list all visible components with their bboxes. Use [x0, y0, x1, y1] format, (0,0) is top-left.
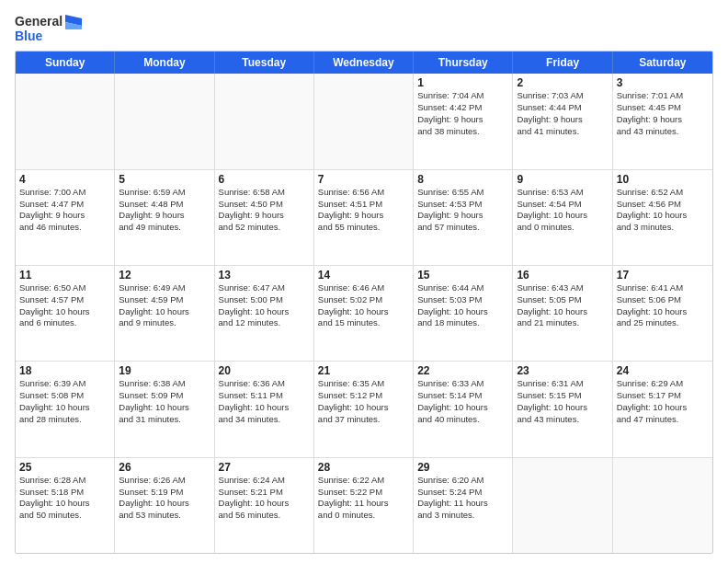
day-number: 3	[617, 76, 709, 89]
header-cell-thursday: Thursday	[414, 52, 513, 74]
day-cell-25: 25Sunrise: 6:28 AMSunset: 5:18 PMDayligh…	[16, 458, 115, 553]
day-info: Sunrise: 6:24 AMSunset: 5:21 PMDaylight:…	[219, 475, 310, 522]
day-info: Sunrise: 6:26 AMSunset: 5:19 PMDaylight:…	[119, 475, 210, 522]
day-cell-27: 27Sunrise: 6:24 AMSunset: 5:21 PMDayligh…	[215, 458, 314, 553]
day-number: 27	[219, 461, 310, 474]
header-cell-wednesday: Wednesday	[314, 52, 414, 74]
day-number: 28	[318, 461, 409, 474]
calendar-body: 1Sunrise: 7:04 AMSunset: 4:42 PMDaylight…	[16, 74, 712, 553]
logo-blue: Blue	[15, 29, 82, 43]
day-cell-13: 13Sunrise: 6:47 AMSunset: 5:00 PMDayligh…	[215, 266, 314, 361]
day-info: Sunrise: 6:22 AMSunset: 5:22 PMDaylight:…	[318, 475, 409, 522]
empty-cell	[314, 74, 414, 168]
day-number: 12	[119, 269, 210, 282]
logo: GeneralBlue	[15, 15, 82, 43]
day-info: Sunrise: 6:20 AMSunset: 5:24 PMDaylight:…	[417, 475, 508, 522]
day-number: 2	[517, 76, 608, 89]
day-number: 29	[417, 461, 508, 474]
day-info: Sunrise: 6:55 AMSunset: 4:53 PMDaylight:…	[417, 187, 508, 234]
calendar-row-1: 4Sunrise: 7:00 AMSunset: 4:47 PMDaylight…	[16, 169, 712, 265]
header-cell-sunday: Sunday	[16, 52, 115, 74]
empty-cell	[613, 458, 712, 553]
day-info: Sunrise: 6:50 AMSunset: 4:57 PMDaylight:…	[19, 282, 110, 329]
day-cell-14: 14Sunrise: 6:46 AMSunset: 5:02 PMDayligh…	[314, 266, 414, 361]
day-number: 18	[19, 364, 110, 377]
day-info: Sunrise: 7:00 AMSunset: 4:47 PMDaylight:…	[19, 187, 110, 234]
day-number: 13	[219, 269, 310, 282]
day-cell-21: 21Sunrise: 6:35 AMSunset: 5:12 PMDayligh…	[314, 362, 414, 456]
day-cell-8: 8Sunrise: 6:55 AMSunset: 4:53 PMDaylight…	[414, 170, 513, 265]
day-number: 20	[219, 364, 310, 377]
day-cell-19: 19Sunrise: 6:38 AMSunset: 5:09 PMDayligh…	[115, 362, 214, 456]
day-number: 17	[617, 269, 709, 282]
day-number: 7	[318, 173, 409, 186]
calendar: SundayMondayTuesdayWednesdayThursdayFrid…	[15, 51, 713, 554]
calendar-row-3: 18Sunrise: 6:39 AMSunset: 5:08 PMDayligh…	[16, 361, 712, 456]
logo-icon	[65, 15, 82, 29]
day-info: Sunrise: 6:41 AMSunset: 5:06 PMDaylight:…	[617, 282, 709, 329]
day-info: Sunrise: 6:33 AMSunset: 5:14 PMDaylight:…	[417, 378, 508, 425]
day-cell-23: 23Sunrise: 6:31 AMSunset: 5:15 PMDayligh…	[513, 362, 612, 456]
day-number: 21	[318, 364, 409, 377]
day-cell-20: 20Sunrise: 6:36 AMSunset: 5:11 PMDayligh…	[215, 362, 314, 456]
day-number: 22	[417, 364, 508, 377]
day-info: Sunrise: 6:36 AMSunset: 5:11 PMDaylight:…	[219, 378, 310, 425]
day-info: Sunrise: 6:59 AMSunset: 4:48 PMDaylight:…	[119, 187, 210, 234]
day-info: Sunrise: 6:52 AMSunset: 4:56 PMDaylight:…	[617, 187, 709, 234]
day-number: 10	[617, 173, 709, 186]
day-cell-24: 24Sunrise: 6:29 AMSunset: 5:17 PMDayligh…	[613, 362, 712, 456]
day-number: 9	[517, 173, 608, 186]
day-number: 8	[417, 173, 508, 186]
page-header: GeneralBlue	[15, 15, 713, 43]
empty-cell	[215, 74, 314, 168]
day-cell-7: 7Sunrise: 6:56 AMSunset: 4:51 PMDaylight…	[314, 170, 414, 265]
day-number: 6	[219, 173, 310, 186]
day-cell-28: 28Sunrise: 6:22 AMSunset: 5:22 PMDayligh…	[314, 458, 414, 553]
day-info: Sunrise: 6:46 AMSunset: 5:02 PMDaylight:…	[318, 282, 409, 329]
empty-cell	[513, 458, 612, 553]
header-cell-saturday: Saturday	[613, 52, 712, 74]
calendar-row-4: 25Sunrise: 6:28 AMSunset: 5:18 PMDayligh…	[16, 457, 712, 553]
day-number: 16	[517, 269, 608, 282]
day-cell-16: 16Sunrise: 6:43 AMSunset: 5:05 PMDayligh…	[513, 266, 612, 361]
day-cell-2: 2Sunrise: 7:03 AMSunset: 4:44 PMDaylight…	[513, 74, 612, 168]
day-cell-29: 29Sunrise: 6:20 AMSunset: 5:24 PMDayligh…	[414, 458, 513, 553]
calendar-header-row: SundayMondayTuesdayWednesdayThursdayFrid…	[16, 52, 712, 74]
day-info: Sunrise: 6:56 AMSunset: 4:51 PMDaylight:…	[318, 187, 409, 234]
day-number: 14	[318, 269, 409, 282]
day-info: Sunrise: 6:44 AMSunset: 5:03 PMDaylight:…	[417, 282, 508, 329]
day-info: Sunrise: 6:53 AMSunset: 4:54 PMDaylight:…	[517, 187, 608, 234]
day-info: Sunrise: 6:43 AMSunset: 5:05 PMDaylight:…	[517, 282, 608, 329]
day-cell-26: 26Sunrise: 6:26 AMSunset: 5:19 PMDayligh…	[115, 458, 214, 553]
day-info: Sunrise: 6:49 AMSunset: 4:59 PMDaylight:…	[119, 282, 210, 329]
day-cell-6: 6Sunrise: 6:58 AMSunset: 4:50 PMDaylight…	[215, 170, 314, 265]
day-cell-10: 10Sunrise: 6:52 AMSunset: 4:56 PMDayligh…	[613, 170, 712, 265]
calendar-row-2: 11Sunrise: 6:50 AMSunset: 4:57 PMDayligh…	[16, 265, 712, 361]
day-cell-12: 12Sunrise: 6:49 AMSunset: 4:59 PMDayligh…	[115, 266, 214, 361]
day-cell-4: 4Sunrise: 7:00 AMSunset: 4:47 PMDaylight…	[16, 170, 115, 265]
header-cell-tuesday: Tuesday	[215, 52, 314, 74]
day-info: Sunrise: 6:39 AMSunset: 5:08 PMDaylight:…	[19, 378, 110, 425]
day-info: Sunrise: 6:35 AMSunset: 5:12 PMDaylight:…	[318, 378, 409, 425]
day-cell-5: 5Sunrise: 6:59 AMSunset: 4:48 PMDaylight…	[115, 170, 214, 265]
day-number: 11	[19, 269, 110, 282]
day-number: 5	[119, 173, 210, 186]
day-number: 24	[617, 364, 709, 377]
header-cell-monday: Monday	[115, 52, 214, 74]
day-info: Sunrise: 6:29 AMSunset: 5:17 PMDaylight:…	[617, 378, 709, 425]
day-info: Sunrise: 6:31 AMSunset: 5:15 PMDaylight:…	[517, 378, 608, 425]
day-number: 25	[19, 461, 110, 474]
day-cell-1: 1Sunrise: 7:04 AMSunset: 4:42 PMDaylight…	[414, 74, 513, 168]
day-info: Sunrise: 6:28 AMSunset: 5:18 PMDaylight:…	[19, 475, 110, 522]
day-number: 15	[417, 269, 508, 282]
day-info: Sunrise: 6:47 AMSunset: 5:00 PMDaylight:…	[219, 282, 310, 329]
day-number: 26	[119, 461, 210, 474]
day-cell-18: 18Sunrise: 6:39 AMSunset: 5:08 PMDayligh…	[16, 362, 115, 456]
day-cell-17: 17Sunrise: 6:41 AMSunset: 5:06 PMDayligh…	[613, 266, 712, 361]
day-cell-22: 22Sunrise: 6:33 AMSunset: 5:14 PMDayligh…	[414, 362, 513, 456]
day-info: Sunrise: 6:58 AMSunset: 4:50 PMDaylight:…	[219, 187, 310, 234]
day-number: 4	[19, 173, 110, 186]
day-info: Sunrise: 7:04 AMSunset: 4:42 PMDaylight:…	[417, 90, 508, 137]
day-cell-11: 11Sunrise: 6:50 AMSunset: 4:57 PMDayligh…	[16, 266, 115, 361]
day-cell-3: 3Sunrise: 7:01 AMSunset: 4:45 PMDaylight…	[613, 74, 712, 168]
